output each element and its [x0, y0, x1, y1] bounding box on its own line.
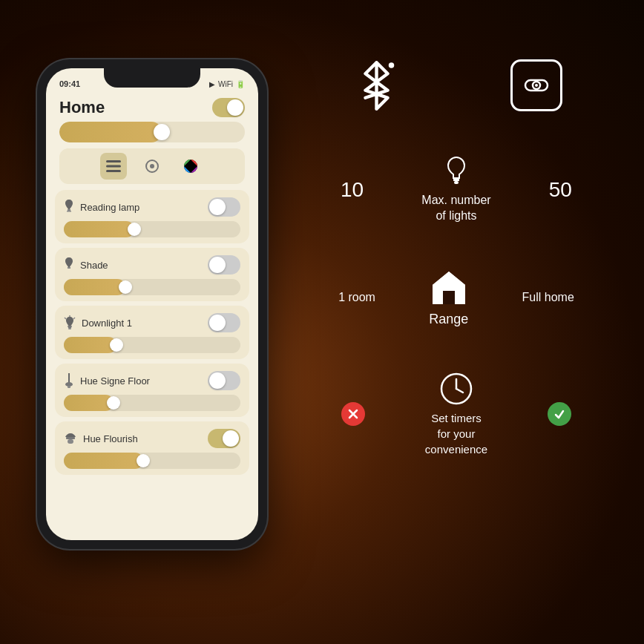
tab-list[interactable] [100, 153, 127, 180]
slider-thumb-flourish [137, 454, 150, 467]
svg-point-22 [535, 84, 538, 87]
phone-notch [104, 68, 200, 88]
svg-rect-2 [106, 170, 121, 172]
svg-line-13 [73, 318, 75, 319]
status-icons: ▶ WiFi 🔋 [209, 80, 245, 88]
range-min-text: 1 room [338, 291, 375, 304]
phone-mockup: 09:41 ▶ WiFi 🔋 Home [37, 59, 267, 564]
slider-thumb-shade [119, 280, 132, 294]
bridge-block [510, 59, 562, 111]
light-icon-reading [64, 200, 74, 214]
svg-rect-23 [453, 178, 459, 180]
battery-icon: 🔋 [236, 80, 245, 88]
light-item-signe: Hue Signe Floor [55, 364, 249, 417]
slider-fill-signe [64, 395, 114, 411]
svg-rect-18 [68, 439, 73, 444]
svg-line-12 [65, 318, 66, 319]
svg-rect-0 [106, 160, 121, 162]
lights-row: 10 Max. numberof lights 50 [297, 156, 616, 224]
top-icons-row [297, 59, 616, 111]
svg-rect-8 [67, 211, 71, 212]
range-block: Range [429, 269, 468, 327]
info-panel: 10 Max. numberof lights 50 1 room [297, 59, 616, 457]
signal-icon: ▶ [209, 80, 215, 88]
light-name-reading: Reading lamp [80, 202, 139, 213]
lights-label: Max. numberof lights [421, 193, 490, 224]
light-name-signe: Hue Signe Floor [80, 375, 150, 387]
slider-thumb-reading [128, 223, 141, 236]
light-name-downlight: Downlight 1 [82, 318, 132, 329]
tab-scenes[interactable] [139, 153, 165, 180]
slider-thumb-signe [107, 396, 120, 410]
svg-point-19 [389, 62, 395, 68]
range-max-text: Full home [522, 291, 574, 304]
light-toggle-flourish[interactable] [208, 429, 240, 448]
svg-rect-25 [454, 181, 459, 184]
svg-rect-10 [68, 328, 71, 329]
light-toggle-downlight[interactable] [208, 313, 240, 332]
svg-rect-24 [453, 180, 459, 181]
light-icon-downlight [64, 315, 76, 330]
svg-point-4 [150, 164, 154, 168]
light-item-reading: Reading lamp [55, 190, 249, 243]
brightness-fill [59, 122, 162, 142]
home-toggle[interactable] [212, 98, 245, 117]
light-slider-reading[interactable] [64, 221, 240, 237]
slider-fill-downlight [64, 337, 116, 353]
light-icon-signe [64, 373, 74, 388]
light-slider-signe[interactable] [64, 395, 240, 411]
timer-block: Set timersfor yourconvenience [425, 372, 487, 457]
brightness-slider[interactable] [59, 122, 245, 142]
wifi-icon: WiFi [218, 80, 233, 88]
timer-no-badge [341, 402, 365, 426]
svg-line-31 [456, 389, 463, 392]
phone-screen: 09:41 ▶ WiFi 🔋 Home [46, 68, 258, 540]
light-item-downlight: Downlight 1 [55, 306, 249, 359]
light-toggle-shade[interactable] [208, 255, 240, 275]
timer-row: Set timersfor yourconvenience [297, 372, 616, 457]
light-toggle-signe[interactable] [208, 371, 240, 390]
svg-rect-1 [106, 165, 121, 168]
slider-thumb-downlight [110, 338, 123, 352]
svg-rect-16 [68, 386, 70, 388]
light-icon-flourish [64, 432, 77, 445]
home-header: Home [46, 92, 258, 117]
home-title: Home [59, 98, 105, 117]
light-list: Reading lamp [46, 190, 258, 479]
light-name-shade: Shade [80, 260, 108, 271]
bluetooth-block [351, 59, 403, 111]
svg-rect-7 [68, 209, 70, 211]
range-label: Range [429, 312, 468, 327]
phone-frame: 09:41 ▶ WiFi 🔋 Home [37, 59, 267, 549]
light-slider-shade[interactable] [64, 279, 240, 295]
svg-rect-14 [68, 373, 70, 384]
timer-label: Set timersfor yourconvenience [425, 410, 487, 457]
light-toggle-reading[interactable] [208, 197, 240, 217]
range-row: 1 room Range Full home [297, 269, 616, 327]
brightness-thumb [154, 124, 170, 140]
svg-rect-17 [66, 437, 75, 439]
timer-yes-badge [548, 402, 571, 426]
light-slider-flourish[interactable] [64, 453, 240, 469]
status-time: 09:41 [59, 79, 80, 88]
lights-icon-block: Max. numberof lights [421, 156, 490, 224]
svg-rect-26 [443, 291, 455, 304]
lights-min-count: 10 [341, 178, 364, 202]
light-name-flourish: Hue Flourish [83, 433, 138, 444]
light-item-flourish: Hue Flourish [55, 421, 249, 475]
light-slider-downlight[interactable] [64, 337, 240, 353]
tab-color[interactable] [177, 153, 204, 180]
slider-fill-flourish [64, 453, 143, 469]
light-icon-shade [64, 257, 74, 272]
light-item-shade: Shade [55, 248, 249, 301]
svg-rect-9 [68, 267, 70, 269]
bluetooth-icon [351, 59, 403, 111]
tab-bar [59, 148, 245, 184]
slider-fill-reading [64, 221, 134, 237]
bridge-icon [510, 59, 562, 111]
slider-fill-shade [64, 279, 125, 295]
lights-max-count: 50 [549, 178, 572, 202]
